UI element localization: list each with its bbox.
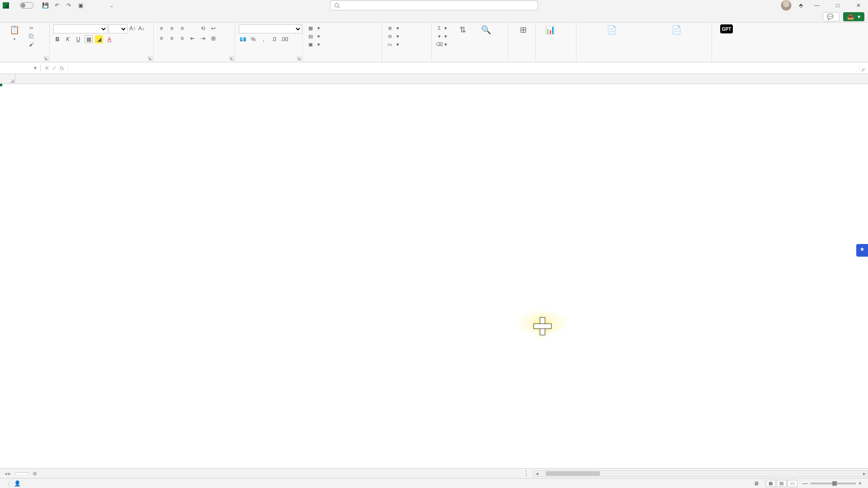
- scroll-thumb[interactable]: [546, 471, 600, 476]
- save-icon[interactable]: 💾: [42, 2, 49, 9]
- sheet-nav-prev-icon[interactable]: ◂: [5, 470, 7, 477]
- wrap-text-icon[interactable]: ↩: [209, 24, 217, 33]
- fx-icon[interactable]: fx: [60, 65, 64, 71]
- formula-bar: ▼ ✕ ✓ fx ⌄: [0, 62, 868, 74]
- sort-filter-button[interactable]: ⇅: [452, 24, 473, 36]
- align-bottom-icon[interactable]: ≡: [178, 24, 186, 33]
- format-as-table-button[interactable]: ▤ ▾: [307, 33, 378, 40]
- close-button[interactable]: ✕: [852, 2, 865, 9]
- add-sheet-button[interactable]: ⊕: [29, 470, 41, 477]
- autosave-toggle[interactable]: [20, 2, 33, 9]
- zoom-out-button[interactable]: —: [802, 480, 808, 487]
- cell-reference-input[interactable]: [3, 65, 30, 71]
- paste-button[interactable]: 📋▾: [4, 24, 25, 41]
- normal-view-button[interactable]: ▦: [766, 480, 776, 487]
- side-panel-toggle[interactable]: [856, 244, 868, 257]
- collapse-ribbon-icon[interactable]: ⌄: [860, 67, 864, 73]
- display-settings-icon[interactable]: 🖥: [754, 480, 759, 487]
- comma-format-icon[interactable]: ,: [259, 35, 268, 43]
- sheet-nav-next-icon[interactable]: ▸: [8, 470, 11, 477]
- diamond-icon[interactable]: ⬘: [799, 2, 803, 9]
- status-bar: | 👤 🖥 ▦ ▤ ▭ — +: [0, 478, 868, 488]
- sheet-tabs: ◂ ▸ ⊕ ⋮ ◂ ▸: [0, 468, 868, 478]
- column-headers: [0, 74, 868, 84]
- undo-icon[interactable]: ↶: [53, 2, 61, 9]
- zoom-slider[interactable]: [811, 483, 856, 484]
- filename-dropdown-icon[interactable]: ⌄: [109, 2, 114, 9]
- font-size-select[interactable]: [108, 24, 127, 33]
- shrink-font-icon[interactable]: A↓: [137, 24, 146, 33]
- worksheet-grid[interactable]: [0, 74, 868, 468]
- find-select-button[interactable]: 🔍: [475, 24, 497, 36]
- format-painter-button[interactable]: 🖌: [27, 41, 35, 48]
- confirm-formula-icon[interactable]: ✓: [52, 65, 57, 71]
- copy-button[interactable]: ⿻: [27, 33, 35, 40]
- borders-button[interactable]: ▦: [85, 35, 93, 43]
- horizontal-scrollbar[interactable]: ◂ ▸: [533, 470, 868, 477]
- bold-button[interactable]: B: [53, 35, 61, 43]
- cell-styles-button[interactable]: ▣ ▾: [307, 41, 378, 48]
- comments-button[interactable]: 💬: [823, 12, 840, 21]
- group-ai-label: [716, 60, 745, 61]
- zoom-in-button[interactable]: +: [859, 480, 862, 487]
- avatar[interactable]: [781, 0, 792, 11]
- align-center-icon[interactable]: ≡: [168, 34, 176, 42]
- align-top-icon[interactable]: ≡: [157, 24, 165, 33]
- conditional-formatting-button[interactable]: ▦ ▾: [307, 24, 378, 32]
- acrobat-link-button[interactable]: 📄: [580, 24, 643, 36]
- formula-input[interactable]: [72, 65, 855, 71]
- name-box-dropdown-icon[interactable]: ▼: [33, 66, 38, 70]
- percent-format-icon[interactable]: %: [249, 35, 257, 43]
- format-cells-button[interactable]: ▭ ▾: [386, 41, 428, 48]
- group-align-label: ⬊: [157, 60, 231, 61]
- camera-icon[interactable]: ▣: [77, 2, 84, 9]
- chatgpt-button[interactable]: GPT: [716, 24, 737, 34]
- increase-decimal-icon[interactable]: .0: [270, 35, 278, 43]
- sheet-tab-active[interactable]: [15, 472, 29, 474]
- acrobat-outlook-button[interactable]: 📄: [645, 24, 708, 36]
- scroll-right-icon[interactable]: ▸: [861, 470, 868, 477]
- clear-button[interactable]: ⌫▾: [435, 41, 448, 48]
- data-analysis-button[interactable]: 📊: [539, 24, 561, 36]
- number-format-select[interactable]: [239, 24, 302, 33]
- fill-button[interactable]: ▾▾: [435, 33, 448, 40]
- delete-cells-button[interactable]: ⊖ ▾: [386, 33, 428, 40]
- orientation-icon[interactable]: ⟲: [199, 24, 207, 33]
- name-box[interactable]: ▼: [0, 65, 41, 71]
- italic-button[interactable]: K: [64, 35, 72, 43]
- decrease-decimal-icon[interactable]: .00: [280, 35, 288, 43]
- cut-button[interactable]: ✂: [27, 24, 35, 32]
- accessibility-icon[interactable]: 👤: [14, 480, 21, 487]
- increase-indent-icon[interactable]: ⇥: [199, 34, 207, 42]
- scroll-left-icon[interactable]: ◂: [534, 470, 540, 477]
- minimize-button[interactable]: —: [810, 2, 824, 9]
- decrease-indent-icon[interactable]: ⇤: [189, 34, 197, 42]
- grow-font-icon[interactable]: A↑: [128, 24, 137, 33]
- insert-cells-button[interactable]: ⊕ ▾: [386, 24, 428, 32]
- align-middle-icon[interactable]: ≡: [168, 24, 176, 33]
- page-break-view-button[interactable]: ▭: [788, 480, 797, 487]
- search-icon: [334, 3, 340, 9]
- redo-icon[interactable]: ↷: [65, 2, 72, 9]
- share-button[interactable]: 📤 ▾: [843, 12, 864, 21]
- svg-line-1: [338, 6, 340, 8]
- svg-point-0: [335, 3, 339, 7]
- group-addins-label: [512, 60, 532, 61]
- merge-icon[interactable]: ⊞: [209, 34, 217, 42]
- select-all-button[interactable]: [0, 74, 15, 84]
- align-left-icon[interactable]: ≡: [157, 34, 165, 42]
- align-right-icon[interactable]: ≡: [178, 34, 186, 42]
- cancel-formula-icon[interactable]: ✕: [44, 65, 49, 71]
- accounting-format-icon[interactable]: 💶: [239, 35, 247, 43]
- search-box[interactable]: [330, 0, 538, 10]
- page-layout-view-button[interactable]: ▤: [777, 480, 787, 487]
- fill-color-button[interactable]: ◢: [95, 35, 103, 43]
- addins-button[interactable]: ⊞: [512, 24, 534, 36]
- underline-button[interactable]: U: [74, 35, 82, 43]
- maximize-button[interactable]: □: [831, 2, 844, 9]
- autosum-button[interactable]: Σ▾: [435, 24, 448, 32]
- group-edit-label: [435, 60, 505, 61]
- font-name-select[interactable]: [53, 24, 108, 33]
- sheet-tab-menu-icon[interactable]: ⋮: [523, 469, 533, 478]
- font-color-button[interactable]: A: [105, 35, 113, 43]
